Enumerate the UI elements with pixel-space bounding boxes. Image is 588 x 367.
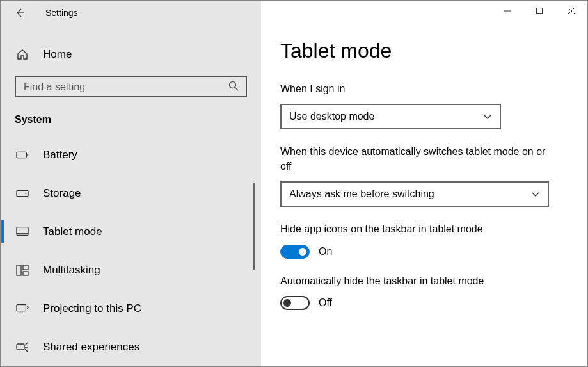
svg-rect-3: [17, 152, 26, 158]
sidebar-item-label: Tablet mode: [43, 225, 102, 238]
page-title: Tablet mode: [280, 39, 555, 63]
multitasking-icon: [16, 264, 29, 277]
switch-dropdown[interactable]: Always ask me before switching: [280, 181, 549, 207]
setting-label: Hide app icons on the taskbar in tablet …: [280, 222, 555, 236]
sidebar-item-projecting[interactable]: Projecting to this PC: [1, 290, 261, 328]
svg-rect-4: [27, 154, 28, 156]
search-icon: [228, 80, 239, 94]
svg-rect-16: [537, 8, 543, 14]
signin-dropdown[interactable]: Use desktop mode: [280, 104, 501, 129]
back-button[interactable]: [13, 6, 26, 19]
projecting-icon: [16, 302, 29, 315]
setting-label: Automatically hide the taskbar in tablet…: [280, 274, 555, 288]
battery-icon: [16, 149, 29, 161]
home-icon: [16, 48, 29, 61]
setting-label: When I sign in: [280, 82, 555, 96]
svg-rect-7: [17, 227, 28, 236]
maximize-button[interactable]: [523, 1, 555, 21]
home-label: Home: [43, 48, 72, 61]
setting-hide-icons: Hide app icons on the taskbar in tablet …: [280, 222, 555, 258]
svg-rect-9: [17, 265, 21, 275]
svg-rect-10: [23, 265, 28, 270]
svg-point-1: [230, 82, 236, 88]
svg-rect-11: [23, 272, 28, 275]
sidebar: Settings Home System Battery: [1, 1, 261, 366]
tablet-icon: [16, 225, 29, 238]
sidebar-item-label: Projecting to this PC: [43, 302, 141, 315]
sidebar-item-tablet-mode[interactable]: Tablet mode: [1, 213, 261, 251]
content: Tablet mode When I sign in Use desktop m…: [261, 1, 575, 325]
setting-signin: When I sign in Use desktop mode: [280, 82, 555, 129]
sidebar-item-label: Battery: [43, 149, 77, 161]
close-button[interactable]: [555, 1, 587, 21]
sidebar-item-multitasking[interactable]: Multitasking: [1, 251, 261, 290]
main-panel: Tablet mode When I sign in Use desktop m…: [261, 1, 587, 366]
svg-rect-14: [17, 344, 24, 350]
storage-icon: [16, 187, 29, 200]
shared-icon: [16, 341, 29, 354]
setting-switch: When this device automatically switches …: [280, 145, 555, 207]
scrollbar[interactable]: [253, 183, 255, 270]
chevron-down-icon: [531, 188, 540, 200]
minimize-button[interactable]: [491, 1, 523, 21]
sidebar-item-battery[interactable]: Battery: [1, 136, 261, 174]
hide-icons-toggle[interactable]: [280, 245, 310, 259]
sidebar-home[interactable]: Home: [1, 39, 261, 70]
dropdown-value: Use desktop mode: [289, 111, 374, 122]
setting-auto-hide: Automatically hide the taskbar in tablet…: [280, 274, 555, 310]
auto-hide-toggle[interactable]: [280, 296, 310, 310]
window-controls: [491, 1, 587, 21]
dropdown-value: Always ask me before switching: [289, 188, 434, 200]
sidebar-item-label: Shared experiences: [43, 341, 139, 354]
search-box[interactable]: [15, 76, 247, 97]
svg-point-6: [25, 193, 26, 194]
setting-label: When this device automatically switches …: [280, 145, 555, 174]
titlebar-left: Settings: [1, 1, 261, 25]
sidebar-item-label: Multitasking: [43, 264, 100, 277]
app-window: Settings Home System Battery: [1, 1, 587, 366]
chevron-down-icon: [483, 111, 492, 122]
sidebar-item-storage[interactable]: Storage: [1, 174, 261, 213]
sidebar-category: System: [1, 109, 261, 136]
app-title: Settings: [45, 8, 78, 18]
toggle-state: Off: [319, 297, 332, 309]
svg-line-2: [235, 88, 239, 91]
sidebar-nav: Battery Storage Tablet mode Multitasking: [1, 136, 261, 366]
sidebar-item-shared[interactable]: Shared experiences: [1, 328, 261, 366]
toggle-state: On: [319, 246, 332, 257]
search-input[interactable]: [22, 81, 218, 94]
sidebar-item-label: Storage: [43, 187, 81, 200]
svg-rect-12: [17, 305, 26, 311]
